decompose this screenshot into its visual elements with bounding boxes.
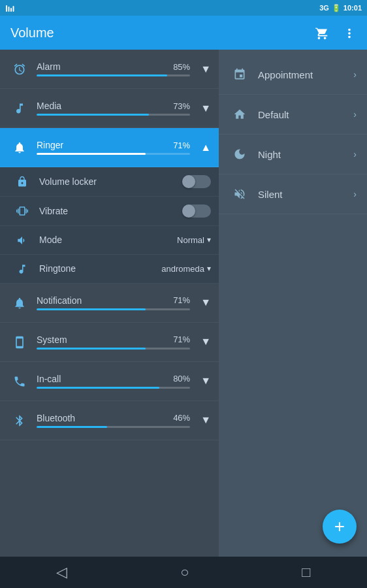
mode-value: Normal: [177, 235, 207, 245]
default-chevron: ›: [353, 109, 357, 120]
ringer-icon: [8, 140, 31, 154]
add-fab[interactable]: +: [323, 510, 357, 544]
status-icon-wifi: [5, 3, 14, 12]
night-chevron: ›: [353, 149, 357, 159]
status-bar: 3G 🔋 10:01: [0, 0, 367, 16]
incall-label: In-call: [37, 374, 61, 384]
back-button[interactable]: ◁: [56, 564, 67, 581]
battery-icon: 🔋: [332, 4, 341, 12]
ringer-chevron: ▲: [195, 142, 211, 154]
svg-rect-1: [8, 7, 10, 12]
recents-button[interactable]: □: [302, 564, 310, 581]
alarm-icon: [8, 62, 31, 76]
app-title: Volume: [10, 25, 315, 41]
lock-icon: [10, 176, 34, 188]
default-label: Default: [258, 109, 353, 120]
system-content: System 71%: [31, 335, 195, 350]
alarm-chevron: ▼: [195, 63, 211, 75]
svg-rect-2: [10, 8, 12, 12]
media-percent: 73%: [173, 101, 190, 111]
ringer-item[interactable]: Ringer 71% ▲: [0, 128, 219, 167]
silent-label: Silent: [258, 189, 353, 200]
app-bar-actions: [315, 25, 357, 41]
mode-dropdown-arrow[interactable]: ▾: [207, 235, 211, 244]
bluetooth-icon: [8, 413, 31, 427]
media-content: Media 73%: [31, 101, 195, 116]
app-bar: Volume: [0, 16, 367, 50]
ringer-expanded-section: Volume locker Vibrate: [0, 167, 219, 284]
ringer-percent: 71%: [173, 140, 190, 150]
night-label: Night: [258, 149, 353, 160]
incall-fill: [37, 387, 159, 389]
alarm-label: Alarm: [37, 61, 61, 72]
svg-rect-3: [13, 6, 14, 12]
incall-item[interactable]: In-call 80% ▼: [0, 362, 219, 401]
alarm-content: Alarm 85%: [31, 61, 195, 76]
bottom-nav: ◁ ○ □: [0, 557, 367, 588]
alarm-track: [37, 74, 190, 76]
volume-locker-label: Volume locker: [34, 176, 182, 187]
svg-rect-0: [6, 5, 7, 12]
status-time: 10:01: [343, 4, 362, 12]
system-item[interactable]: System 71% ▼: [0, 323, 219, 362]
incall-percent: 80%: [173, 374, 190, 384]
system-icon: [8, 335, 31, 348]
mode-item[interactable]: Mode Normal ▾: [0, 226, 219, 255]
network-type: 3G: [319, 4, 329, 12]
silent-chevron: ›: [353, 189, 357, 199]
media-track: [37, 114, 190, 116]
alarm-fill: [37, 74, 167, 76]
notification-fill: [37, 308, 146, 310]
cart-icon[interactable]: [315, 25, 329, 41]
bluetooth-chevron: ▼: [195, 414, 211, 426]
right-panel: Appointment › Default › Night ›: [219, 50, 367, 557]
appointment-label: Appointment: [258, 69, 353, 80]
notification-item[interactable]: Notification 71% ▼: [0, 284, 219, 323]
more-icon[interactable]: [342, 25, 357, 41]
system-label: System: [37, 335, 67, 345]
bluetooth-item[interactable]: Bluetooth 46% ▼: [0, 401, 219, 440]
ringer-fill: [37, 153, 146, 155]
media-icon: [8, 101, 31, 115]
system-chevron: ▼: [195, 336, 211, 348]
media-item[interactable]: Media 73% ▼: [0, 89, 219, 128]
profile-default[interactable]: Default ›: [219, 95, 367, 135]
mode-label: Mode: [34, 235, 177, 245]
toggle-track-vibrate[interactable]: [182, 204, 211, 218]
profile-night[interactable]: Night ›: [219, 135, 367, 174]
night-icon: [229, 144, 250, 165]
profile-appointment[interactable]: Appointment ›: [219, 55, 367, 95]
incall-track: [37, 387, 190, 389]
toggle-track-locker[interactable]: [182, 175, 211, 188]
add-icon: +: [334, 516, 345, 537]
ringtone-icon: [10, 263, 34, 275]
alarm-percent: 85%: [173, 62, 190, 72]
volume-locker-toggle[interactable]: [182, 175, 211, 188]
profile-silent[interactable]: Silent ›: [219, 174, 367, 214]
appointment-icon: [229, 64, 250, 85]
ringtone-item[interactable]: Ringtone andromeda ▾: [0, 255, 219, 284]
bluetooth-label: Bluetooth: [37, 413, 75, 423]
notification-content: Notification 71%: [31, 295, 195, 310]
vibrate-label: Vibrate: [34, 206, 182, 216]
appointment-chevron: ›: [353, 69, 357, 80]
incall-chevron: ▼: [195, 375, 211, 387]
vibrate-item[interactable]: Vibrate: [0, 197, 219, 226]
vibrate-toggle[interactable]: [182, 204, 211, 218]
home-button[interactable]: ○: [180, 564, 189, 581]
mode-icon: [10, 234, 34, 246]
notification-percent: 71%: [173, 295, 190, 305]
left-panel: Alarm 85% ▼ Media 73%: [0, 50, 219, 557]
notification-label: Notification: [37, 295, 82, 306]
bluetooth-percent: 46%: [173, 413, 190, 423]
vibrate-icon: [10, 205, 34, 218]
ringtone-dropdown-arrow[interactable]: ▾: [207, 264, 211, 273]
ringer-track: [37, 153, 190, 155]
notification-chevron: ▼: [195, 297, 211, 308]
media-chevron: ▼: [195, 103, 211, 114]
default-icon: [229, 104, 250, 125]
bluetooth-track: [37, 426, 190, 428]
volume-locker-item[interactable]: Volume locker: [0, 167, 219, 197]
alarm-item[interactable]: Alarm 85% ▼: [0, 50, 219, 89]
bluetooth-content: Bluetooth 46%: [31, 413, 195, 428]
